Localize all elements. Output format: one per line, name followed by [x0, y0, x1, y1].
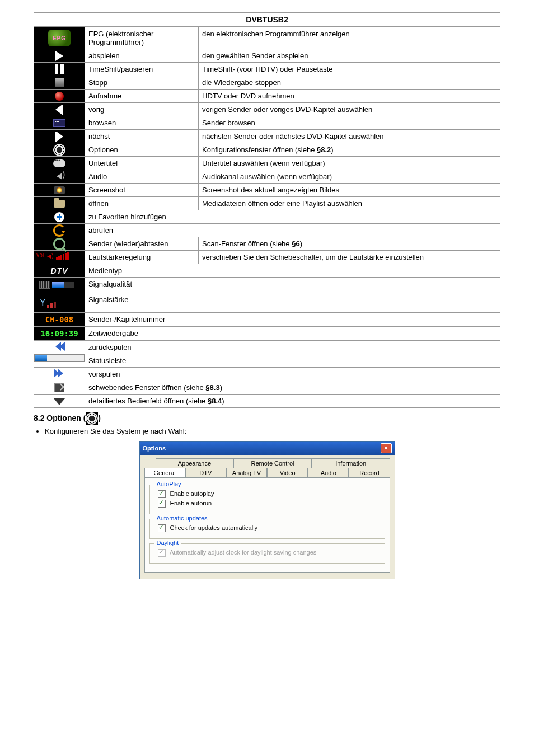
plus-icon: [54, 212, 64, 222]
signal-quality-icon-cell: [34, 278, 85, 293]
tab-appearance[interactable]: Appearance: [156, 458, 234, 468]
control-name: Audio: [85, 170, 199, 184]
options-dialog: Options × AppearanceRemote ControlInform…: [139, 441, 395, 579]
checkbox-icon[interactable]: [158, 500, 166, 508]
rewind-icon: [55, 342, 63, 353]
table-row: CH-008Sender-/Kapitelnummer: [34, 313, 500, 327]
tab-video[interactable]: Video: [267, 468, 308, 477]
checkbox-row[interactable]: Enable autorun: [158, 500, 380, 508]
control-description: nächsten Sender oder nächstes DVD-Kapite…: [199, 130, 500, 143]
checkbox-icon[interactable]: [158, 524, 166, 532]
table-row: VOL ◀) Lautstärkeregelung verschieben Si…: [34, 251, 500, 264]
control-name: abrufen: [85, 224, 500, 237]
table-row: Aufnahme HDTV oder DVD aufnehmen: [34, 90, 500, 103]
control-name: EPG (elektronischer Programmführer): [85, 27, 199, 49]
icon-cell: [34, 197, 85, 210]
icon-cell: [34, 184, 85, 197]
control-name: Signalqualität: [85, 278, 500, 293]
previous-icon: [55, 105, 63, 113]
table-row: Stopp die Wiedergabe stoppen: [34, 76, 500, 90]
magnifier-icon: [53, 238, 65, 250]
tab-audio[interactable]: Audio: [308, 468, 349, 477]
tab-general[interactable]: General: [144, 468, 185, 477]
table-row: schwebendes Fenster öffnen (siehe §8.3): [34, 381, 500, 395]
play-icon: [55, 51, 63, 61]
checkbox-label: Check for updates automatically: [170, 524, 258, 531]
control-description: den gewählten Sender abspielen: [199, 49, 500, 63]
control-name: Untertitel: [85, 157, 199, 170]
gear-icon: [54, 145, 64, 155]
tab-row-upper: AppearanceRemote ControlInformation: [156, 458, 390, 468]
fieldset-automatic-updates: Automatic updates Check for updates auto…: [149, 519, 385, 539]
section-heading-after: ): [98, 414, 101, 422]
tab-record[interactable]: Record: [349, 468, 390, 477]
audio-icon: [57, 173, 62, 181]
control-name: Statusleiste: [85, 354, 500, 368]
control-description: Scan-Fenster öffnen (siehe §6): [199, 237, 500, 251]
table-row: Sender (wieder)abtasten Scan-Fenster öff…: [34, 237, 500, 251]
chevron-down-icon: [54, 398, 65, 405]
subtitle-icon: [53, 159, 65, 167]
dialog-titlebar: Options ×: [140, 442, 395, 455]
volume-label: VOL: [36, 253, 45, 259]
icon-cell: [34, 381, 85, 395]
checkbox-label: Enable autorun: [170, 500, 212, 506]
section-heading: 8.2 Optionen (): [34, 412, 500, 425]
fieldset-legend: Automatic updates: [154, 515, 210, 522]
table-row: vorig vorigen Sender oder voriges DVD-Ka…: [34, 103, 500, 116]
tab-remote-control[interactable]: Remote Control: [233, 458, 312, 468]
icon-cell: [34, 76, 85, 90]
control-name: nächst: [85, 130, 199, 143]
icon-cell: [34, 395, 85, 408]
tab-analog-tv[interactable]: Analog TV: [226, 468, 267, 477]
control-name: abspielen: [85, 49, 199, 63]
control-name: vorig: [85, 103, 199, 116]
statusbar-icon-cell: [34, 354, 85, 368]
checkbox-icon: [158, 549, 166, 557]
control-name: öffnen: [85, 197, 199, 210]
table-row: Screenshot Screenshot des aktuell angeze…: [34, 184, 500, 197]
control-name: Optionen: [85, 143, 199, 157]
icon-cell: [34, 237, 85, 251]
control-name: Sender-/Kapitelnummer: [85, 313, 500, 327]
gear-icon: [86, 412, 98, 425]
fieldset-autoplay: AutoPlay Enable autoplay Enable autorun: [149, 485, 385, 514]
icon-cell: [34, 143, 85, 157]
control-name: Sender (wieder)abtasten: [85, 237, 199, 251]
control-name: TimeShift/pausieren: [85, 63, 199, 76]
table-row: Untertitel Untertitel auswählen (wenn ve…: [34, 157, 500, 170]
table-row: 16:09:39Zeitwiedergabe: [34, 327, 500, 341]
close-icon[interactable]: ×: [381, 443, 392, 453]
checkbox-row[interactable]: Check for updates automatically: [158, 524, 380, 532]
checkbox-row[interactable]: Enable autoplay: [158, 490, 380, 498]
table-row: vorspulen: [34, 368, 500, 381]
checkbox-icon[interactable]: [158, 490, 166, 498]
table-row: TimeShift/pausieren TimeShift- (voor HDT…: [34, 63, 500, 76]
volume-bars-icon: [56, 252, 69, 260]
control-name: Aufnahme: [85, 90, 199, 103]
fieldset-legend: Daylight: [154, 539, 181, 546]
control-description: Konfigurationsfenster öffnen (siehe §8.2…: [199, 143, 500, 157]
epg-icon: EPG: [48, 30, 71, 46]
page-title: DVBTUSB2: [34, 12, 500, 27]
dialog-title: Options: [143, 445, 166, 452]
control-description: TimeShift- (voor HDTV) oder Pausetaste: [199, 63, 500, 76]
control-description: die Wiedergabe stoppen: [199, 76, 500, 90]
section-heading-text: 8.2 Optionen (: [34, 414, 86, 422]
control-name: schwebendes Fenster öffnen (siehe §8.3): [85, 381, 500, 395]
controls-table: EPGEPG (elektronischer Programmführer) d…: [34, 27, 500, 408]
table-row: Statusleiste: [34, 354, 500, 368]
folder-icon: [54, 200, 65, 208]
control-description: Sender browsen: [199, 116, 500, 130]
time-display-icon: 16:09:39: [34, 327, 85, 341]
progress-bar-icon: [34, 354, 85, 362]
tab-dtv[interactable]: DTV: [185, 468, 226, 477]
table-row: nächst nächsten Sender oder nächstes DVD…: [34, 130, 500, 143]
tab-information[interactable]: Information: [312, 458, 390, 468]
table-row: abrufen: [34, 224, 500, 237]
control-name: detailliertes Bedienfeld öffnen (siehe §…: [85, 395, 500, 408]
table-row: zu Favoriten hinzufügen: [34, 210, 500, 224]
fast-forward-icon: [55, 369, 63, 379]
icon-cell: [34, 368, 85, 381]
float-window-icon: [54, 383, 64, 392]
